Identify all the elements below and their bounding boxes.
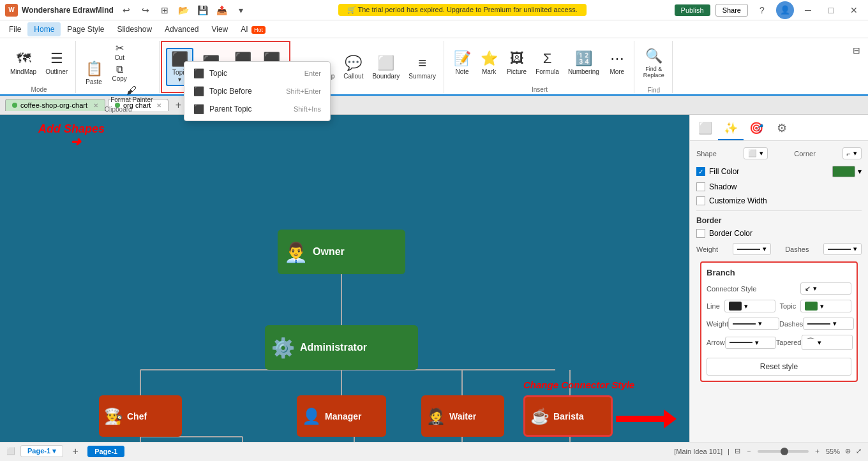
line-select[interactable]: ▾ xyxy=(724,300,775,312)
share-button[interactable]: Share xyxy=(715,4,748,17)
topic-label-branch: Topic xyxy=(779,302,796,310)
callout-button[interactable]: 💬 Callout xyxy=(340,48,367,86)
panel-tab-shape[interactable]: ⬜ xyxy=(692,117,718,140)
dropdown-item-topic[interactable]: ⬛ Topic Enter xyxy=(184,64,330,82)
redo-button[interactable]: ↪ xyxy=(137,3,154,17)
shape-select[interactable]: ⬜ ▾ xyxy=(744,147,768,159)
numbering-button[interactable]: 🔢 Numbering xyxy=(564,44,603,82)
node-owner[interactable]: 👨‍💼 Owner xyxy=(278,230,405,274)
maximize-button[interactable]: □ xyxy=(822,3,840,17)
node-barista[interactable]: ☕ Barista xyxy=(523,395,613,437)
save-button[interactable]: 💾 xyxy=(194,3,212,17)
trial-banner[interactable]: 🛒 The trial period has expired. Upgrade … xyxy=(338,4,587,16)
note-button[interactable]: 📝 Note xyxy=(449,44,475,82)
fill-color-arrow[interactable]: ▾ xyxy=(858,167,862,176)
panel-tab-magic[interactable]: ✨ xyxy=(718,117,744,140)
line-color-swatch xyxy=(729,302,742,311)
active-page-tab[interactable]: Page-1 xyxy=(87,446,124,457)
formula-button[interactable]: Σ Formula xyxy=(532,44,563,82)
menu-slideshow[interactable]: Slideshow xyxy=(110,22,158,36)
close-button[interactable]: ✕ xyxy=(845,3,863,17)
open-button[interactable]: 📂 xyxy=(175,3,193,17)
connector-style-select[interactable]: ↙ ▾ xyxy=(800,282,851,295)
border-section-title: Border xyxy=(696,216,862,225)
boundary-button[interactable]: ⬜ Boundary xyxy=(368,48,403,86)
arrow-select[interactable]: ▾ xyxy=(725,337,776,349)
minimize-button[interactable]: ─ xyxy=(799,3,817,17)
zoom-in-icon[interactable]: ＋ xyxy=(814,446,821,456)
page-size-icon: ⬜ xyxy=(6,447,15,455)
tab-close-org-chart[interactable]: ✕ xyxy=(156,102,161,109)
title-bar: W Wondershare EdrawMind ↩ ↪ ⊞ 📂 💾 📤 ▾ 🛒 … xyxy=(0,0,868,20)
branch-title: Branch xyxy=(707,268,851,277)
new-button[interactable]: ⊞ xyxy=(156,3,174,17)
summary-button[interactable]: ≡ Summary xyxy=(405,48,440,86)
node-waiter1[interactable]: 🤵 Waiter xyxy=(421,395,504,437)
panel-tab-target[interactable]: 🎯 xyxy=(744,117,769,140)
menu-advanced[interactable]: Advanced xyxy=(158,22,205,36)
fit-icon[interactable]: ⊟ xyxy=(735,447,740,455)
help-button[interactable]: ? xyxy=(753,3,771,17)
fill-color-checkbox[interactable]: ✓ xyxy=(696,167,705,176)
more-button[interactable]: ⋯ More xyxy=(604,44,630,82)
shadow-checkbox[interactable] xyxy=(696,182,705,191)
cut-copy-format-group: ✂ Cut ⧉ Copy 🖌 Format Painter xyxy=(108,41,155,105)
customize-width-checkbox[interactable] xyxy=(696,196,705,205)
avatar[interactable]: 👤 xyxy=(776,1,794,19)
note-label: Note xyxy=(456,68,469,75)
panel-tab-settings[interactable]: ⚙ xyxy=(769,117,795,140)
dashes-select[interactable]: ▾ xyxy=(823,243,862,255)
corner-select[interactable]: ⌐ ▾ xyxy=(842,147,862,159)
picture-icon: 🖼 xyxy=(510,50,524,67)
zoom-slider-thumb[interactable] xyxy=(781,448,788,455)
dropdown-item-parent-topic[interactable]: ⬛ Parent Topic Shift+Ins xyxy=(184,100,330,118)
picture-button[interactable]: 🖼 Picture xyxy=(503,44,530,82)
line-label: Line xyxy=(707,302,720,310)
publish-button[interactable]: Publish xyxy=(675,4,710,16)
zoom-out-icon[interactable]: － xyxy=(745,446,752,456)
branch-dashes-select[interactable]: ▾ xyxy=(803,318,854,330)
layout-toggle-button[interactable]: ⊟ xyxy=(848,43,865,57)
add-page-button[interactable]: + xyxy=(68,444,82,458)
reset-style-button[interactable]: Reset style xyxy=(707,358,851,376)
note-icon: 📝 xyxy=(454,50,471,67)
find-replace-button[interactable]: 🔍 Find &Replace xyxy=(640,41,668,85)
fit-view-icon[interactable]: ⊕ xyxy=(845,447,851,455)
mark-button[interactable]: ⭐ Mark xyxy=(476,44,502,82)
paste-button[interactable]: 📋 Paste xyxy=(81,54,107,92)
weight-select[interactable]: ▾ xyxy=(733,243,771,255)
fill-color-swatch[interactable] xyxy=(832,166,855,177)
branch-weight-select[interactable]: ▾ xyxy=(728,318,779,330)
cut-button[interactable]: ✂ Cut xyxy=(108,41,131,62)
more-button[interactable]: ▾ xyxy=(232,3,250,17)
menu-file[interactable]: File xyxy=(3,22,27,36)
export-button[interactable]: 📤 xyxy=(213,3,231,17)
menu-view[interactable]: View xyxy=(205,22,234,36)
canvas[interactable]: Add Shapes ➜ xyxy=(0,115,689,442)
chef-icon: 👨‍🍳 xyxy=(104,407,123,425)
tapered-select[interactable]: ⌒ ▾ xyxy=(802,335,853,350)
dropdown-item-topic-before[interactable]: ⬛ Topic Before Shift+Enter xyxy=(184,82,330,100)
topic-select[interactable]: ▾ xyxy=(800,300,851,312)
arrow-arrow: ▾ xyxy=(755,339,759,347)
dashes-line-sample xyxy=(828,249,851,250)
mindmap-button[interactable]: 🗺 MindMap xyxy=(6,44,40,82)
menu-bar: File Home Page Style Slideshow Advanced … xyxy=(0,20,868,38)
app-logo: W xyxy=(5,4,18,17)
node-chef[interactable]: 👨‍🍳 Chef xyxy=(99,395,182,437)
format-painter-button[interactable]: 🖌 Format Painter xyxy=(108,84,155,105)
undo-button[interactable]: ↩ xyxy=(117,3,135,17)
expand-icon[interactable]: ⤢ xyxy=(856,447,862,455)
menu-page-style[interactable]: Page Style xyxy=(61,22,110,36)
administrator-icon: ⚙️ xyxy=(271,337,295,359)
trial-text: 🛒 The trial period has expired. Upgrade … xyxy=(347,6,578,14)
menu-ai[interactable]: AI Hot xyxy=(234,22,272,36)
copy-button[interactable]: ⧉ Copy xyxy=(108,62,131,84)
node-administrator[interactable]: ⚙️ Administrator xyxy=(265,325,418,370)
outliner-button[interactable]: ☰ Outliner xyxy=(41,44,71,82)
page-1-tab[interactable]: Page-1 ▾ xyxy=(20,445,63,457)
title-actions: Publish Share ? 👤 ─ □ ✕ xyxy=(675,1,863,19)
node-manager[interactable]: 👤 Manager xyxy=(297,395,386,437)
menu-home[interactable]: Home xyxy=(27,22,61,36)
border-color-checkbox[interactable] xyxy=(696,229,705,238)
